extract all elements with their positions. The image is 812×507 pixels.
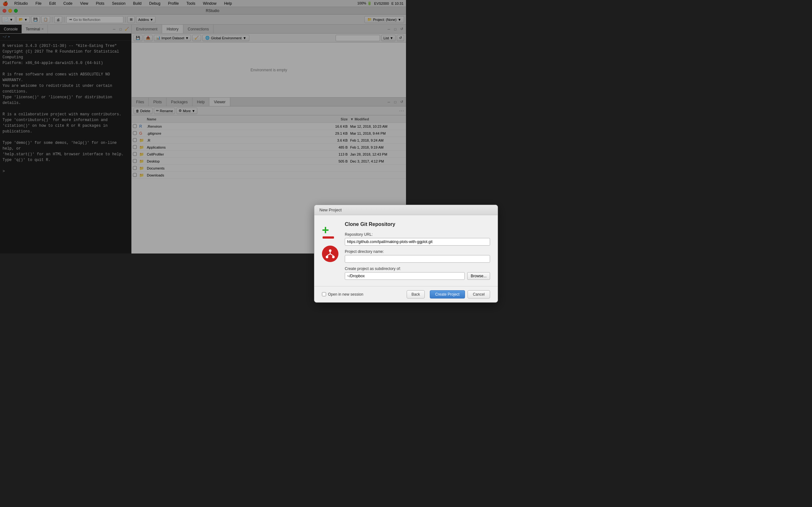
dialog-form-area: Clone Git Repository Repository URL: Pro… <box>345 222 406 254</box>
dialog-body: + Clone Git Repository Repository URL: <box>314 215 406 254</box>
dialog-subtitle: Clone Git Repository <box>345 222 406 227</box>
svg-point-0 <box>329 249 332 252</box>
plus-icon: + <box>322 224 329 236</box>
dialog-overlay: New Project + <box>0 0 406 253</box>
project-dir-label: Project directory name: <box>345 249 406 254</box>
dialog-title: New Project <box>319 208 342 212</box>
git-logo-icon <box>322 245 339 254</box>
dialog-title-bar: New Project <box>314 205 406 215</box>
repo-url-input[interactable] <box>345 238 406 245</box>
git-svg-icon <box>325 249 335 254</box>
new-project-dialog: New Project + <box>314 205 406 254</box>
git-new-project-icon: + <box>322 224 339 240</box>
minus-bar-icon <box>322 236 334 239</box>
dialog-icon-area: + <box>322 222 339 254</box>
repo-url-label: Repository URL: <box>345 232 406 237</box>
